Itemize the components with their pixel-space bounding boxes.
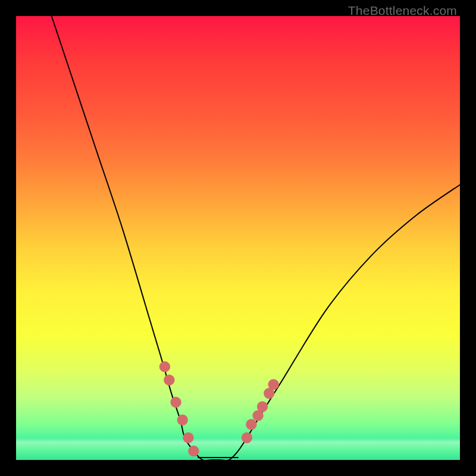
marker-dot <box>177 415 188 425</box>
markers-left-cluster <box>159 361 199 456</box>
marker-dot <box>257 401 268 412</box>
chart-frame: TheBottleneck.com <box>0 0 476 476</box>
marker-dot <box>164 375 174 386</box>
markers-right-cluster <box>242 379 279 443</box>
bottleneck-curve-path <box>52 16 460 461</box>
marker-dot <box>171 397 181 408</box>
bottleneck-curve-svg <box>16 16 460 460</box>
marker-dot <box>268 379 279 390</box>
marker-dot <box>188 446 199 456</box>
marker-dot <box>183 433 193 443</box>
marker-dot <box>242 433 252 443</box>
marker-dot <box>159 361 170 372</box>
marker-dot <box>246 419 256 430</box>
